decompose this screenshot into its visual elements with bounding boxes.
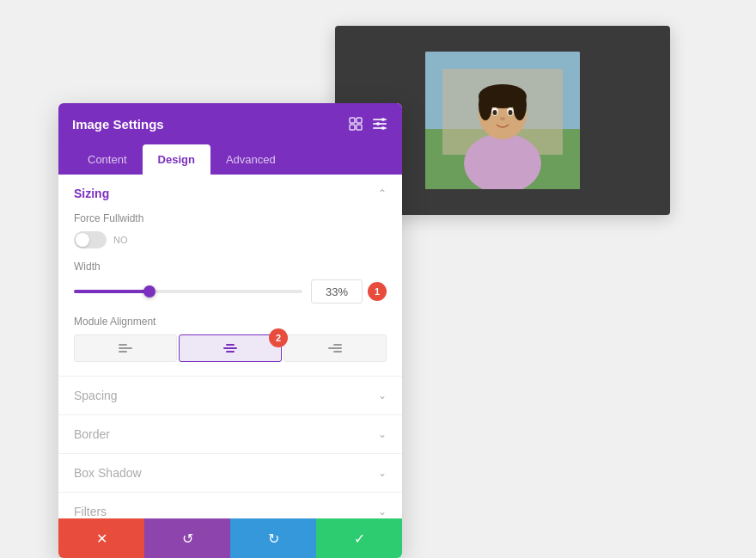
alignment-buttons: 2 <box>74 334 387 362</box>
section-spacing-title: Spacing <box>74 389 118 402</box>
cancel-button[interactable]: ✕ <box>58 518 144 558</box>
redo-button[interactable]: ↻ <box>230 518 316 558</box>
section-border-header[interactable]: Border ⌄ <box>58 415 402 453</box>
force-fullwidth-label: Force Fullwidth <box>74 212 387 224</box>
section-sizing: Sizing ⌃ Force Fullwidth NO Width <box>58 175 402 377</box>
section-spacing-header[interactable]: Spacing ⌄ <box>58 377 402 414</box>
section-box-shadow: Box Shadow ⌄ <box>58 454 402 493</box>
panel-header: Image Settings <box>58 103 402 144</box>
svg-point-12 <box>509 110 513 115</box>
tab-content[interactable]: Content <box>72 144 143 175</box>
slider-thumb[interactable] <box>143 285 155 297</box>
width-field: Width 1 <box>74 261 387 304</box>
svg-rect-23 <box>381 126 385 130</box>
svg-rect-29 <box>226 351 235 353</box>
svg-rect-22 <box>376 122 380 126</box>
svg-rect-15 <box>357 118 362 123</box>
sizing-chevron-icon: ⌃ <box>378 187 387 199</box>
width-value-input[interactable] <box>311 279 363 304</box>
section-box-shadow-header[interactable]: Box Shadow ⌄ <box>58 454 402 492</box>
save-icon: ✓ <box>354 530 365 547</box>
tab-design[interactable]: Design <box>143 144 210 175</box>
settings-panel: Image Settings <box>58 103 402 558</box>
tabs-bar: Content Design Advanced <box>58 144 402 175</box>
preview-image <box>425 52 580 189</box>
box-shadow-chevron-icon: ⌄ <box>378 467 387 479</box>
section-sizing-header[interactable]: Sizing ⌃ <box>58 175 402 212</box>
header-icons <box>347 115 388 132</box>
align-left-button[interactable] <box>74 334 177 362</box>
svg-rect-25 <box>119 347 132 349</box>
reset-icon: ↺ <box>182 530 193 547</box>
svg-rect-21 <box>381 118 385 121</box>
settings-icon[interactable] <box>371 115 388 132</box>
filters-chevron-icon: ⌄ <box>378 506 387 518</box>
width-label: Width <box>74 261 387 273</box>
module-alignment-field: Module Alignment <box>74 316 387 362</box>
save-button[interactable]: ✓ <box>316 518 402 558</box>
align-center-button[interactable]: 2 <box>179 334 282 362</box>
svg-rect-31 <box>328 347 342 349</box>
force-fullwidth-toggle-wrap: NO <box>74 231 387 248</box>
svg-rect-16 <box>350 125 355 130</box>
section-sizing-title: Sizing <box>74 187 109 200</box>
svg-rect-26 <box>119 351 127 353</box>
redo-icon: ↻ <box>268 530 279 547</box>
svg-rect-14 <box>350 118 355 123</box>
panel-body: Sizing ⌃ Force Fullwidth NO Width <box>58 175 402 518</box>
reset-button[interactable]: ↺ <box>144 518 230 558</box>
section-box-shadow-title: Box Shadow <box>74 466 142 480</box>
width-slider-track[interactable] <box>74 290 302 293</box>
align-right-button[interactable] <box>284 334 387 362</box>
svg-rect-30 <box>333 344 342 346</box>
expand-icon[interactable] <box>347 115 364 132</box>
slider-fill <box>74 290 149 293</box>
cancel-icon: ✕ <box>96 530 107 547</box>
svg-rect-28 <box>223 347 237 349</box>
slider-wrap: 1 <box>74 279 387 304</box>
section-sizing-body: Force Fullwidth NO Width <box>58 212 402 376</box>
svg-rect-24 <box>119 344 127 346</box>
svg-point-11 <box>493 110 497 115</box>
section-border: Border ⌄ <box>58 415 402 454</box>
section-filters-header[interactable]: Filters ⌄ <box>58 493 402 518</box>
toggle-knob <box>76 233 89 247</box>
svg-rect-27 <box>226 344 235 346</box>
section-border-title: Border <box>74 427 110 441</box>
spacing-chevron-icon: ⌄ <box>378 389 387 402</box>
module-alignment-label: Module Alignment <box>74 316 387 328</box>
svg-point-7 <box>479 89 492 120</box>
alignment-badge: 2 <box>269 328 288 347</box>
panel-title: Image Settings <box>72 117 164 132</box>
tab-advanced[interactable]: Advanced <box>210 144 291 175</box>
section-filters-title: Filters <box>74 505 107 518</box>
svg-rect-17 <box>357 125 362 130</box>
svg-point-13 <box>500 117 505 120</box>
svg-point-8 <box>513 89 527 120</box>
toggle-state-label: NO <box>113 235 128 245</box>
width-badge: 1 <box>368 282 387 301</box>
svg-rect-32 <box>333 351 342 353</box>
section-spacing: Spacing ⌄ <box>58 377 402 415</box>
panel-footer: ✕ ↺ ↻ ✓ <box>58 518 402 558</box>
border-chevron-icon: ⌄ <box>378 428 387 440</box>
section-filters: Filters ⌄ <box>58 493 402 518</box>
slider-value-wrap: 1 <box>311 279 387 304</box>
force-fullwidth-toggle[interactable] <box>74 231 107 248</box>
